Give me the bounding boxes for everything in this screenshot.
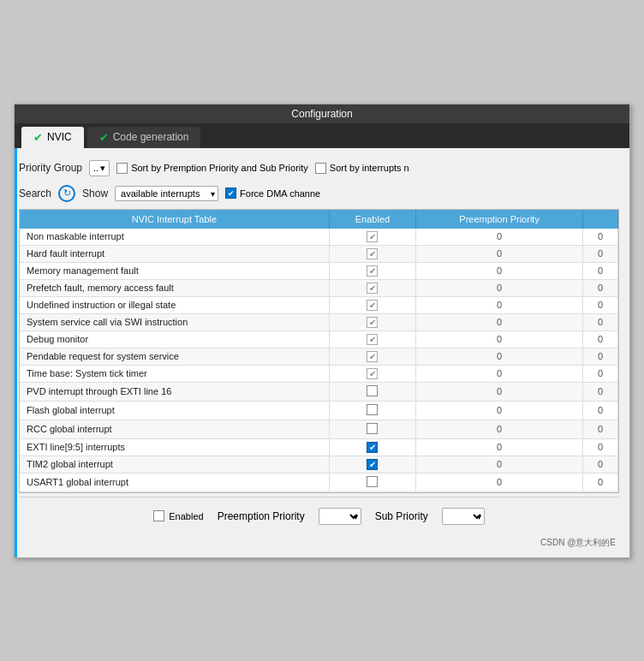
interrupt-enabled[interactable]: ✔ — [329, 365, 415, 382]
show-label: Show — [82, 188, 108, 199]
interrupt-enabled[interactable] — [329, 401, 415, 420]
interrupt-sub: 0 — [583, 456, 618, 473]
table-row: USART1 global interrupt00 — [20, 473, 618, 491]
force-dma-group: ✔ Force DMA channe — [225, 188, 320, 199]
interrupt-name: Memory management fault — [20, 262, 329, 279]
priority-group-select[interactable]: .. ▾ — [89, 160, 110, 176]
content-area: Priority Group .. ▾ Sort by Premption Pr… — [15, 148, 629, 557]
interrupt-name: Undefined instruction or illegal state — [20, 296, 329, 313]
interrupt-enabled[interactable]: ✔ — [329, 229, 415, 246]
interrupt-table: NVIC Interrupt Table Enabled Preemption … — [20, 210, 618, 492]
footer-enabled-checkbox[interactable] — [153, 510, 164, 521]
sort-premption-checkbox[interactable] — [116, 163, 128, 174]
interrupt-enabled[interactable]: ✔ — [329, 245, 415, 262]
toolbar-row-2: Search ↻ Show available interruptsall in… — [19, 182, 619, 209]
interrupt-name: RCC global interrupt — [20, 420, 329, 438]
interrupt-preemption: 0 — [416, 420, 583, 438]
table-row: Time base: System tick timer✔00 — [20, 365, 618, 382]
title-bar: Configuration — [15, 104, 629, 123]
footer-enabled-group: Enabled — [153, 510, 203, 521]
table-row: Pendable request for system service✔00 — [20, 348, 618, 365]
table-header: NVIC Interrupt Table Enabled Preemption … — [20, 210, 618, 229]
watermark: CSDN @意大利的E — [19, 535, 619, 551]
table-row: Hard fault interrupt✔00 — [20, 245, 618, 262]
table-row: EXTI line[9:5] interrupts✔00 — [20, 438, 618, 456]
interrupt-preemption: 0 — [416, 473, 583, 491]
interrupt-preemption: 0 — [416, 438, 583, 456]
interrupt-preemption: 0 — [416, 330, 583, 348]
table-row: PVD interrupt through EXTI line 1600 — [20, 382, 618, 401]
tab-bar: ✔ NVIC ✔ Code generation — [15, 123, 629, 148]
interrupt-preemption: 0 — [416, 245, 583, 262]
interrupt-enabled[interactable]: ✔ — [329, 262, 415, 279]
footer-sub-dropdown[interactable] — [442, 508, 485, 525]
interrupt-name: EXTI line[9:5] interrupts — [20, 438, 329, 456]
interrupt-name: Non maskable interrupt — [20, 229, 329, 246]
interrupt-sub: 0 — [583, 313, 618, 330]
interrupt-name: Debug monitor — [20, 330, 329, 348]
table-body: Non maskable interrupt✔00Hard fault inte… — [20, 229, 618, 492]
code-gen-check-icon: ✔ — [99, 131, 109, 144]
interrupt-enabled[interactable]: ✔ — [329, 348, 415, 365]
col-extra-header — [583, 210, 618, 229]
force-dma-checkbox[interactable]: ✔ — [225, 188, 236, 199]
tab-code-gen-label: Code generation — [113, 131, 189, 143]
footer-preemption-label: Preemption Priority — [218, 510, 305, 522]
table-row: Non maskable interrupt✔00 — [20, 229, 618, 246]
interrupt-enabled[interactable]: ✔ — [329, 296, 415, 313]
table-row: TIM2 global interrupt✔00 — [20, 456, 618, 473]
interrupt-name: Hard fault interrupt — [20, 245, 329, 262]
interrupt-enabled[interactable]: ✔ — [329, 313, 415, 330]
show-dropdown[interactable]: available interruptsall interrupts — [115, 186, 218, 201]
interrupt-preemption: 0 — [416, 456, 583, 473]
interrupt-sub: 0 — [583, 279, 618, 296]
interrupt-table-container: NVIC Interrupt Table Enabled Preemption … — [19, 209, 619, 493]
main-window: Configuration ✔ NVIC ✔ Code generation P… — [14, 104, 630, 558]
interrupt-preemption: 0 — [416, 296, 583, 313]
interrupt-preemption: 0 — [416, 365, 583, 382]
interrupt-name: TIM2 global interrupt — [20, 456, 329, 473]
table-row: RCC global interrupt00 — [20, 420, 618, 438]
interrupt-enabled[interactable] — [329, 473, 415, 491]
sort-interrupts-checkbox[interactable] — [315, 163, 326, 174]
table-row: Flash global interrupt00 — [20, 401, 618, 420]
table-row: Memory management fault✔00 — [20, 262, 618, 279]
sort-premption-label: Sort by Premption Priority and Sub Prior… — [131, 163, 308, 173]
interrupt-sub: 0 — [583, 296, 618, 313]
interrupt-sub: 0 — [583, 382, 618, 401]
interrupt-enabled[interactable]: ✔ — [329, 279, 415, 296]
tab-nvic[interactable]: ✔ NVIC — [21, 127, 84, 148]
priority-group-label: Priority Group — [19, 162, 82, 174]
interrupt-enabled[interactable]: ✔ — [329, 456, 415, 473]
interrupt-name: USART1 global interrupt — [20, 473, 329, 491]
sort-premption-group: Sort by Premption Priority and Sub Prior… — [116, 163, 308, 174]
interrupt-name: System service call via SWI instruction — [20, 313, 329, 330]
footer-enabled-label: Enabled — [169, 511, 203, 521]
interrupt-sub: 0 — [583, 229, 618, 246]
interrupt-sub: 0 — [583, 473, 618, 491]
interrupt-name: PVD interrupt through EXTI line 16 — [20, 382, 329, 401]
interrupt-preemption: 0 — [416, 279, 583, 296]
tab-code-generation[interactable]: ✔ Code generation — [87, 127, 201, 148]
interrupt-enabled[interactable] — [329, 420, 415, 438]
force-dma-label: Force DMA channe — [240, 188, 320, 199]
priority-group-value: .. — [93, 163, 98, 173]
sort-interrupts-label: Sort by interrupts n — [330, 163, 409, 173]
col-name-header: NVIC Interrupt Table — [20, 210, 329, 229]
search-icon[interactable]: ↻ — [58, 185, 75, 202]
footer-preemption-dropdown-wrapper — [319, 508, 361, 525]
interrupt-preemption: 0 — [416, 348, 583, 365]
interrupt-sub: 0 — [583, 330, 618, 348]
table-row: Debug monitor✔00 — [20, 330, 618, 348]
interrupt-enabled[interactable]: ✔ — [329, 330, 415, 348]
footer-sub-label: Sub Priority — [375, 510, 428, 522]
interrupt-sub: 0 — [583, 245, 618, 262]
interrupt-enabled[interactable]: ✔ — [329, 438, 415, 456]
footer-preemption-dropdown[interactable] — [319, 508, 361, 525]
interrupt-name: Time base: System tick timer — [20, 365, 329, 382]
footer-sub-dropdown-wrapper — [442, 508, 485, 525]
col-enabled-header: Enabled — [329, 210, 415, 229]
interrupt-enabled[interactable] — [329, 382, 415, 401]
table-row: Prefetch fault, memory access fault✔00 — [20, 279, 618, 296]
window-title: Configuration — [291, 108, 352, 120]
